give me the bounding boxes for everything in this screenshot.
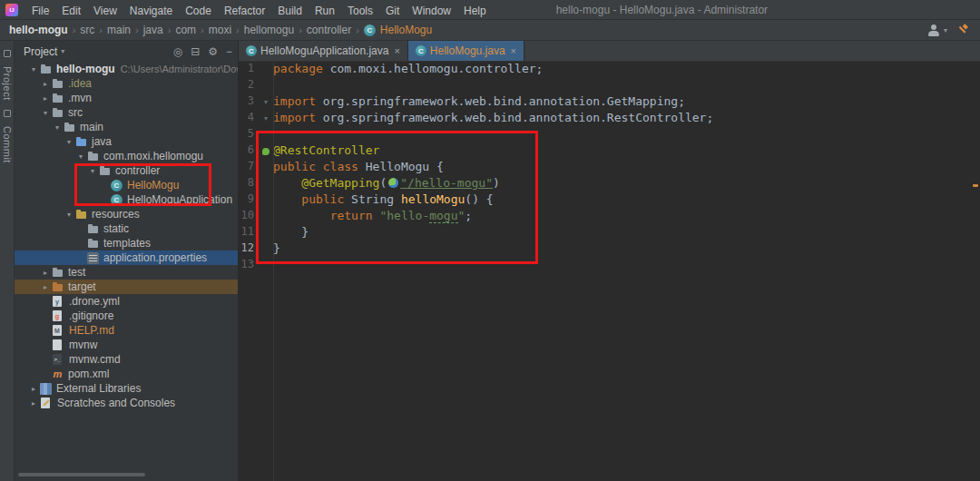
menu-edit[interactable]: Edit: [55, 5, 87, 17]
tree-item-label: java: [92, 135, 112, 148]
tree-item-hellomogu[interactable]: HelloMogu: [15, 178, 238, 192]
tree-item-label: External Libraries: [56, 382, 141, 395]
menu-build[interactable]: Build: [271, 5, 309, 17]
collapse-all-icon[interactable]: ⊟: [191, 45, 200, 58]
menu-view[interactable]: View: [87, 5, 123, 17]
menu-tools[interactable]: Tools: [341, 5, 379, 17]
breadcrumb-separator: ›: [233, 25, 242, 35]
project-panel-title[interactable]: Project: [24, 45, 57, 58]
tree-item-label: target: [68, 280, 96, 293]
chevron-down-icon[interactable]: ▾: [74, 152, 87, 161]
chevron-right-icon[interactable]: ▸: [27, 399, 40, 407]
chevron-right-icon[interactable]: ▸: [39, 80, 52, 88]
settings-gear-icon[interactable]: ⚙: [208, 45, 218, 58]
folder-icon: [52, 267, 64, 279]
line-number: 7: [239, 160, 259, 176]
chevron-right-icon[interactable]: ▸: [39, 283, 52, 291]
tree-item-scratches-and-consoles[interactable]: ▸Scratches and Consoles: [15, 396, 238, 410]
breadcrumb-moxi[interactable]: moxi: [207, 24, 233, 36]
left-tool-stripe: Project Commit: [0, 41, 15, 481]
folder-icon: [40, 64, 52, 75]
tree-item-mvnw-cmd[interactable]: mvnw.cmd: [15, 352, 238, 367]
menu-window[interactable]: Window: [406, 5, 457, 17]
breadcrumb-com[interactable]: com: [173, 24, 198, 36]
tree-item-com-moxi-hellomogu[interactable]: ▾com.moxi.hellomogu: [15, 149, 238, 163]
chevron-down-icon[interactable]: ▾: [27, 65, 40, 74]
menu-navigate[interactable]: Navigate: [123, 5, 179, 17]
menu-refactor[interactable]: Refactor: [218, 5, 271, 17]
tree-item-static[interactable]: static: [15, 221, 238, 236]
tree-item-gitignore[interactable]: .gitignore: [15, 309, 238, 323]
close-icon[interactable]: ×: [511, 45, 516, 56]
tool-button-commit[interactable]: Commit: [2, 126, 13, 163]
folder-icon: [52, 93, 64, 104]
tree-item-application-properties[interactable]: application.properties: [15, 250, 238, 265]
tree-item-mvnw[interactable]: mvnw: [15, 338, 238, 352]
gutter-cell: [259, 258, 273, 274]
line-number: 4: [239, 111, 259, 127]
tree-item-drone-yml[interactable]: .drone.yml: [15, 294, 238, 309]
tree-item-resources[interactable]: ▾resources: [15, 207, 238, 221]
code-token: [273, 192, 301, 206]
chevron-right-icon[interactable]: ▸: [39, 269, 52, 277]
project-horizontal-scrollbar[interactable]: [18, 473, 145, 476]
menu-code[interactable]: Code: [179, 5, 218, 17]
code-token: }: [273, 225, 309, 239]
build-hammer-icon[interactable]: [956, 24, 969, 36]
code-text: return "hello-mogu";: [273, 209, 472, 225]
breadcrumb-main[interactable]: main: [105, 24, 132, 36]
chevron-down-icon[interactable]: ▾: [39, 109, 52, 117]
chevron-down-icon[interactable]: ▾: [63, 211, 75, 219]
tree-item-main[interactable]: ▾main: [15, 120, 238, 134]
tree-item-test[interactable]: ▸test: [15, 265, 238, 280]
tree-item-controller[interactable]: ▾controller: [15, 163, 238, 178]
hide-panel-icon[interactable]: −: [226, 45, 232, 58]
menu-run[interactable]: Run: [309, 5, 341, 17]
chevron-right-icon[interactable]: ▸: [39, 94, 52, 103]
breadcrumb-hellomogu[interactable]: hellomogu: [242, 24, 296, 36]
code-editor[interactable]: 1package com.moxi.hellomogu.controller;2…: [239, 62, 980, 481]
code-line-8: 8 @GetMapping("/hello-mogu"): [239, 176, 980, 192]
gutter-cell: [259, 127, 273, 143]
chevron-down-icon[interactable]: ▾: [51, 123, 64, 132]
tree-item-templates[interactable]: templates: [15, 236, 238, 250]
gutter-cell: [259, 241, 273, 258]
tree-item-label: mvnw: [69, 339, 97, 351]
tree-item-help-md[interactable]: HELP.md: [15, 323, 238, 338]
tree-item-hello-mogu[interactable]: ▾hello-moguC:\Users\Administrator\Downlo: [15, 62, 238, 76]
menu-file[interactable]: File: [25, 5, 55, 17]
url-inlay-icon[interactable]: [388, 178, 398, 188]
chevron-down-icon[interactable]: ▾: [63, 138, 75, 146]
editor-tab-hellomogu-java[interactable]: HelloMogu.java×: [408, 41, 524, 61]
gutter-cell: [259, 160, 273, 176]
tree-item-src[interactable]: ▾src: [15, 105, 238, 120]
close-icon[interactable]: ×: [394, 45, 399, 56]
tree-item-external-libraries[interactable]: ▸External Libraries: [15, 381, 238, 396]
code-token[interactable]: "/hello-mogu": [400, 176, 493, 190]
code-text: import org.springframework.web.bind.anno…: [273, 111, 713, 127]
locate-icon[interactable]: ◎: [173, 45, 182, 58]
tool-button-project[interactable]: Project: [2, 66, 13, 101]
user-icon[interactable]: [927, 24, 940, 36]
breadcrumb-src[interactable]: src: [78, 24, 96, 36]
tree-item-hellomoguapplication[interactable]: HelloMoguApplication: [15, 192, 238, 207]
yml-icon: [53, 296, 62, 307]
tree-item-pom-xml[interactable]: pom.xml: [15, 367, 238, 381]
menu-git[interactable]: Git: [379, 5, 406, 17]
breadcrumb-hello-mogu[interactable]: hello-mogu: [7, 24, 70, 36]
breadcrumb-java[interactable]: java: [142, 24, 165, 36]
tree-item-idea[interactable]: ▸.idea: [15, 76, 238, 91]
menu-help[interactable]: Help: [457, 5, 493, 17]
breadcrumb-file[interactable]: HelloMogu: [362, 24, 432, 36]
tree-item-mvn[interactable]: ▸.mvn: [15, 91, 238, 105]
code-token: com.moxi.hellomogu.controller;: [330, 62, 544, 75]
chevron-right-icon[interactable]: ▸: [27, 385, 40, 393]
code-token: package: [273, 62, 330, 75]
breadcrumb-controller[interactable]: controller: [305, 24, 353, 36]
editor-tab-hellomoguapplication-java[interactable]: HelloMoguApplication.java×: [239, 41, 408, 61]
chevron-down-icon[interactable]: ▾: [86, 167, 99, 175]
tree-item-label: HELP.md: [69, 324, 114, 337]
tree-item-target[interactable]: ▸target: [15, 280, 238, 294]
tree-item-java[interactable]: ▾java: [15, 134, 238, 149]
line-number: 9: [239, 192, 259, 209]
